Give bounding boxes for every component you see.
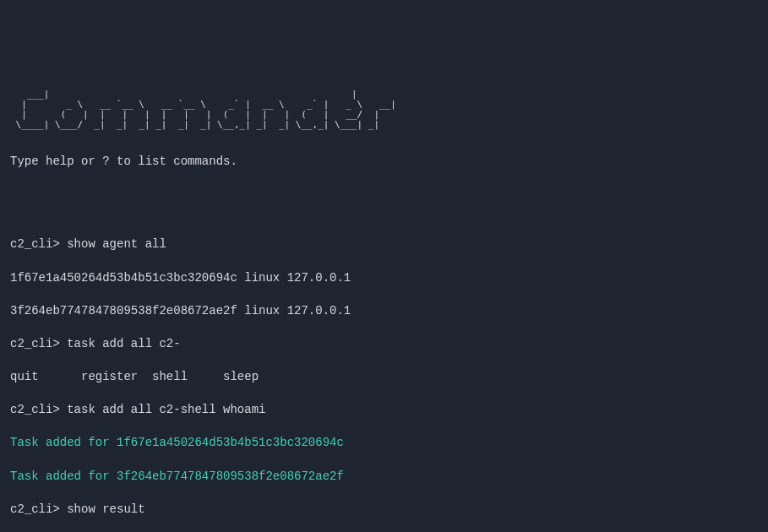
command-line: c2_cli> show result	[10, 502, 758, 518]
command-line: c2_cli> show agent all	[10, 236, 758, 253]
output-line: 3f264eb7747847809538f2e08672ae2f linux 1…	[10, 303, 758, 320]
success-line: Task added for 3f264eb7747847809538f2e08…	[10, 469, 758, 486]
output-line: quit register shell sleep	[10, 369, 758, 386]
command-line: c2_cli> task add all c2-	[10, 336, 758, 353]
terminal-output: c2_cli> show agent all 1f67e1a450264d53b…	[10, 220, 758, 532]
output-line: 1f67e1a450264d53b4b51c3bc320694c linux 1…	[10, 270, 758, 287]
terminal-window[interactable]: ___| | | _ \ __ `__ \ __ `__ \ _` | __ \…	[10, 73, 758, 532]
command-line: c2_cli> task add all c2-shell whoami	[10, 402, 758, 419]
ascii-banner: ___| | | _ \ __ `__ \ __ `__ \ _` | __ \…	[10, 90, 758, 130]
help-text: Type help or ? to list commands.	[10, 154, 758, 171]
success-line: Task added for 1f67e1a450264d53b4b51c3bc…	[10, 435, 758, 452]
